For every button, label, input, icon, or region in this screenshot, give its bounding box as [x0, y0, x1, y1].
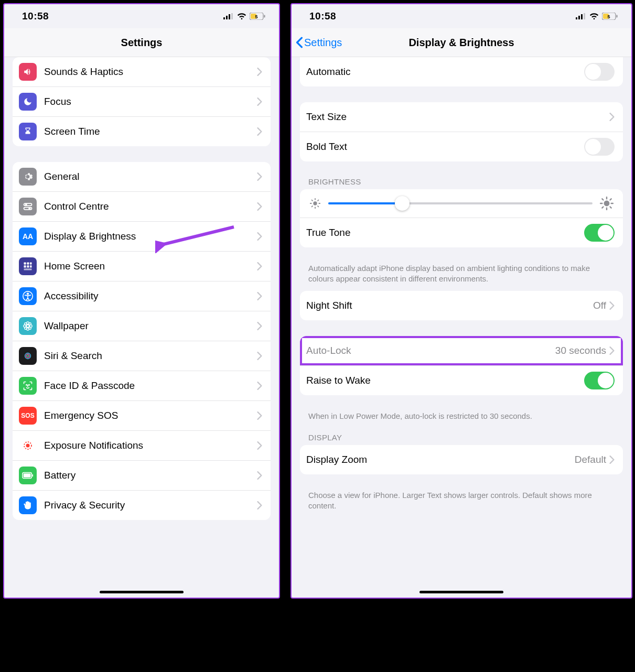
hourglass-icon — [19, 123, 37, 140]
row-focus[interactable]: Focus — [13, 86, 271, 116]
group-display-zoom: Display Zoom Default — [300, 445, 623, 474]
svg-point-27 — [29, 323, 31, 325]
chevron-right-icon — [257, 352, 262, 360]
nav-bar: Settings Display & Brightness — [292, 28, 631, 57]
svg-point-34 — [26, 385, 27, 385]
svg-point-35 — [29, 385, 29, 385]
row-screen-time[interactable]: Screen Time — [13, 116, 271, 146]
status-bar: 10:58 5 — [4, 4, 279, 28]
status-bar: 10:58 5 — [292, 4, 631, 28]
row-label: Night Shift — [306, 300, 593, 311]
row-exposure-notifications[interactable]: Exposure Notifications — [13, 430, 271, 460]
row-night-shift[interactable]: Night Shift Off — [300, 291, 623, 320]
chevron-right-icon — [257, 322, 262, 330]
cellular-icon — [576, 13, 586, 19]
row-emergency-sos[interactable]: SOS Emergency SOS — [13, 400, 271, 430]
row-sounds-haptics[interactable]: Sounds & Haptics — [13, 57, 271, 86]
row-label: Sounds & Haptics — [44, 66, 257, 78]
svg-rect-17 — [30, 265, 31, 267]
row-label: Screen Time — [44, 126, 257, 137]
svg-line-60 — [318, 206, 318, 207]
chevron-right-icon — [257, 232, 262, 241]
status-icons: 5 — [576, 13, 618, 20]
row-battery[interactable]: Battery — [13, 460, 271, 490]
footer-raise: When in Low Power Mode, auto-lock is res… — [308, 411, 615, 421]
chevron-right-icon — [257, 68, 262, 76]
svg-rect-12 — [24, 263, 26, 265]
speaker-icon — [19, 63, 37, 81]
chevron-right-icon — [257, 471, 262, 480]
gear-icon — [19, 168, 37, 186]
svg-rect-15 — [24, 265, 26, 267]
settings-list[interactable]: Sounds & Haptics Focus Screen Time Gener… — [4, 57, 279, 598]
row-wallpaper[interactable]: Wallpaper — [13, 311, 271, 341]
chevron-right-icon — [257, 97, 262, 106]
row-auto-lock[interactable]: Auto-Lock 30 seconds — [300, 336, 623, 365]
wifi-icon — [237, 13, 246, 20]
row-siri-search[interactable]: Siri & Search — [13, 341, 271, 371]
row-label: Privacy & Security — [44, 500, 257, 511]
svg-text:5: 5 — [607, 14, 610, 19]
siri-icon — [19, 347, 37, 365]
toggle-raise-to-wake[interactable] — [584, 372, 615, 389]
row-display-brightness[interactable]: AA Display & Brightness — [13, 221, 271, 251]
svg-rect-44 — [581, 14, 583, 19]
svg-point-26 — [25, 323, 27, 325]
status-icons: 5 — [223, 13, 265, 20]
chevron-left-icon — [296, 37, 303, 48]
row-true-tone[interactable]: True Tone — [300, 218, 623, 247]
display-settings-list[interactable]: Automatic Text Size Bold Text BRIGHTNESS — [292, 57, 631, 598]
toggle-true-tone[interactable] — [584, 224, 615, 242]
row-label: Emergency SOS — [44, 410, 257, 421]
flower-icon — [19, 317, 37, 335]
sos-icon: SOS — [19, 407, 37, 425]
chevron-right-icon — [257, 172, 262, 181]
chevron-right-icon — [609, 301, 615, 310]
display-brightness-screen: 10:58 5 Settings Display & Brightness Au… — [290, 3, 632, 599]
svg-rect-43 — [578, 16, 580, 19]
back-button[interactable]: Settings — [296, 37, 342, 49]
row-accessibility[interactable]: Accessibility — [13, 281, 271, 311]
svg-line-70 — [602, 207, 603, 208]
svg-rect-14 — [30, 263, 31, 265]
svg-line-69 — [610, 207, 611, 208]
svg-rect-13 — [27, 263, 29, 265]
face-id-icon — [19, 377, 37, 395]
chevron-right-icon — [609, 346, 615, 355]
row-raise-to-wake[interactable]: Raise to Wake — [300, 365, 623, 395]
row-label: Raise to Wake — [306, 375, 584, 386]
row-privacy-security[interactable]: Privacy & Security — [13, 490, 271, 520]
group-night-shift: Night Shift Off — [300, 291, 623, 320]
row-label: Siri & Search — [44, 350, 257, 362]
svg-point-51 — [585, 64, 601, 80]
toggle-automatic[interactable] — [584, 63, 615, 81]
row-home-screen[interactable]: Home Screen — [13, 251, 271, 281]
footer-true-tone: Automatically adapt iPhone display based… — [308, 263, 615, 285]
nav-bar: Settings — [4, 28, 279, 57]
group-brightness: True Tone — [300, 189, 623, 247]
svg-point-28 — [25, 327, 27, 329]
row-label: Exposure Notifications — [44, 440, 257, 451]
text-size-icon: AA — [19, 227, 37, 245]
svg-rect-42 — [576, 17, 577, 19]
row-bold-text[interactable]: Bold Text — [300, 132, 623, 161]
row-label: Display & Brightness — [44, 231, 257, 242]
switches-icon — [19, 198, 37, 215]
sun-small-icon — [309, 198, 321, 209]
svg-rect-2 — [229, 14, 230, 19]
toggle-bold-text[interactable] — [584, 138, 615, 156]
svg-rect-39 — [24, 473, 31, 477]
row-display-zoom[interactable]: Display Zoom Default — [300, 445, 623, 474]
row-label: Home Screen — [44, 261, 257, 272]
home-indicator — [100, 591, 184, 593]
brightness-slider[interactable] — [328, 202, 593, 204]
row-brightness-slider[interactable] — [300, 189, 623, 218]
row-automatic[interactable]: Automatic — [300, 57, 623, 86]
row-face-id-passcode[interactable]: Face ID & Passcode — [13, 371, 271, 400]
svg-line-59 — [312, 200, 313, 201]
svg-rect-1 — [226, 16, 228, 19]
row-control-centre[interactable]: Control Centre — [13, 191, 271, 221]
row-text-size[interactable]: Text Size — [300, 102, 623, 132]
svg-point-54 — [313, 201, 317, 205]
row-general[interactable]: General — [13, 162, 271, 191]
